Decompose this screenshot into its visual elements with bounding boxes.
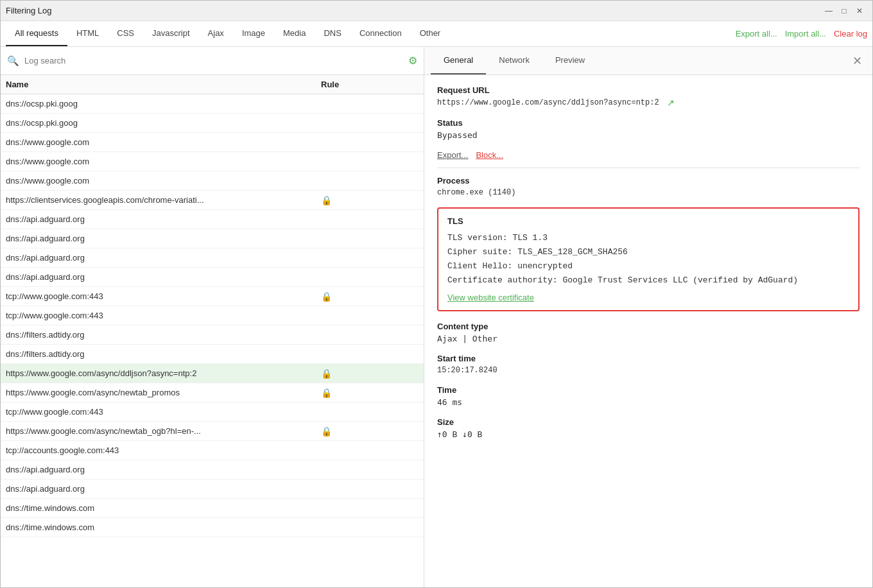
- main-content: 🔍 ⚙ Name Rule dns://ocsp.pki.googdns://o…: [1, 47, 872, 587]
- tls-cert-authority: Certificate authority: Google Trust Serv…: [447, 273, 849, 288]
- main-window: Filtering Log — □ ✕ All requests HTML CS…: [0, 0, 873, 588]
- start-time-value: 15:20:17.8240: [437, 366, 860, 375]
- list-item[interactable]: dns://ocsp.pki.goog: [1, 94, 424, 114]
- row-name: dns://time.windows.com: [6, 523, 316, 532]
- tab-ajax[interactable]: Ajax: [199, 21, 233, 46]
- import-all-button[interactable]: Import all...: [785, 29, 826, 39]
- start-time-label: Start time: [437, 354, 860, 363]
- list-item[interactable]: dns://www.google.com: [1, 152, 424, 171]
- table-header: Name Rule: [1, 75, 424, 94]
- list-item[interactable]: tcp://accounts.google.com:443: [1, 441, 424, 460]
- content-type-section: Content type Ajax | Other: [437, 322, 860, 343]
- row-name: tcp://www.google.com:443: [6, 407, 316, 417]
- tab-dns[interactable]: DNS: [315, 21, 350, 46]
- export-all-button[interactable]: Export all...: [736, 29, 777, 39]
- list-item[interactable]: dns://api.adguard.org: [1, 229, 424, 248]
- list-item[interactable]: dns://ocsp.pki.goog: [1, 114, 424, 133]
- block-button[interactable]: Block...: [476, 150, 503, 160]
- tls-title: TLS: [447, 216, 849, 226]
- search-input[interactable]: [24, 56, 403, 65]
- size-section: Size ↑0 B ↓0 B: [437, 417, 860, 439]
- detail-tab-network[interactable]: Network: [486, 47, 542, 74]
- time-value: 46 ms: [437, 397, 860, 407]
- row-name: dns://api.adguard.org: [6, 465, 316, 474]
- col-name-header: Name: [6, 80, 316, 89]
- divider-1: [437, 168, 860, 168]
- export-button[interactable]: Export...: [437, 150, 468, 160]
- list-item[interactable]: tcp://www.google.com:443🔒: [1, 287, 424, 306]
- list-item[interactable]: dns://api.adguard.org: [1, 210, 424, 229]
- row-name: dns://api.adguard.org: [6, 234, 316, 243]
- row-name: dns://ocsp.pki.goog: [6, 118, 316, 128]
- size-value: ↑0 B ↓0 B: [437, 429, 860, 439]
- search-bar: 🔍 ⚙: [1, 47, 424, 75]
- status-label: Status: [437, 118, 860, 128]
- content-type-value: Ajax | Other: [437, 334, 860, 343]
- clear-log-button[interactable]: Clear log: [834, 29, 867, 39]
- row-name: tcp://www.google.com:443: [6, 311, 316, 320]
- left-panel: 🔍 ⚙ Name Rule dns://ocsp.pki.googdns://o…: [1, 47, 424, 587]
- list-item[interactable]: dns://api.adguard.org: [1, 460, 424, 480]
- tab-other[interactable]: Other: [411, 21, 450, 46]
- list-item[interactable]: dns://time.windows.com: [1, 518, 424, 537]
- lock-icon: 🔒: [321, 195, 332, 205]
- detail-close-button[interactable]: ✕: [848, 47, 866, 74]
- row-rule: 🔒: [316, 291, 419, 302]
- list-item[interactable]: dns://filters.adtidy.org: [1, 325, 424, 345]
- search-icon: 🔍: [7, 55, 19, 67]
- lock-icon: 🔒: [321, 426, 332, 437]
- tab-all-requests[interactable]: All requests: [6, 21, 67, 46]
- list-item[interactable]: dns://api.adguard.org: [1, 248, 424, 268]
- row-rule: 🔒: [316, 388, 419, 398]
- tabbar-actions: Export all... Import all... Clear log: [736, 21, 867, 46]
- tab-html[interactable]: HTML: [67, 21, 108, 46]
- process-value: chrome.exe (1140): [437, 188, 860, 197]
- list-item[interactable]: dns://www.google.com: [1, 133, 424, 152]
- titlebar: Filtering Log — □ ✕: [1, 1, 872, 21]
- tab-connection[interactable]: Connection: [350, 21, 411, 46]
- list-item[interactable]: https://www.google.com/async/newtab_prom…: [1, 383, 424, 402]
- minimize-button[interactable]: —: [821, 3, 836, 19]
- filter-icon[interactable]: ⚙: [408, 55, 417, 67]
- request-url-value: https://www.google.com/async/ddljson?asy…: [437, 98, 659, 107]
- time-label: Time: [437, 385, 860, 395]
- list-item[interactable]: dns://www.google.com: [1, 171, 424, 191]
- list-item[interactable]: https://www.google.com/async/ddljson?asy…: [1, 364, 424, 383]
- row-name: dns://www.google.com: [6, 137, 316, 147]
- maximize-button[interactable]: □: [836, 3, 852, 19]
- tab-image[interactable]: Image: [233, 21, 274, 46]
- row-name: dns://www.google.com: [6, 176, 316, 186]
- tab-javascript[interactable]: Javascript: [143, 21, 199, 46]
- status-section: Status Bypassed: [437, 118, 860, 140]
- row-name: dns://ocsp.pki.goog: [6, 99, 316, 108]
- list-item[interactable]: dns://filters.adtidy.org: [1, 345, 424, 364]
- list-item[interactable]: https://www.google.com/async/newtab_ogb?…: [1, 422, 424, 441]
- row-name: dns://api.adguard.org: [6, 214, 316, 224]
- row-name: dns://api.adguard.org: [6, 272, 316, 282]
- row-name: https://clientservices.googleapis.com/ch…: [6, 195, 316, 205]
- detail-tab-general[interactable]: General: [431, 47, 486, 74]
- list-item[interactable]: tcp://www.google.com:443: [1, 402, 424, 422]
- external-link-icon[interactable]: ↗: [667, 98, 675, 108]
- time-section: Time 46 ms: [437, 385, 860, 407]
- row-name: https://www.google.com/async/newtab_ogb?…: [6, 426, 316, 436]
- list-body: dns://ocsp.pki.googdns://ocsp.pki.googdn…: [1, 94, 424, 587]
- view-cert-link[interactable]: View website certificate: [447, 293, 534, 302]
- detail-tabbar: General Network Preview ✕: [424, 47, 872, 75]
- list-item[interactable]: dns://api.adguard.org: [1, 268, 424, 287]
- detail-actions: Export... Block...: [437, 150, 860, 160]
- list-item[interactable]: dns://time.windows.com: [1, 499, 424, 518]
- list-item[interactable]: https://clientservices.googleapis.com/ch…: [1, 191, 424, 210]
- row-name: tcp://accounts.google.com:443: [6, 445, 316, 455]
- detail-tab-preview[interactable]: Preview: [542, 47, 598, 74]
- start-time-section: Start time 15:20:17.8240: [437, 354, 860, 375]
- row-name: dns://filters.adtidy.org: [6, 330, 316, 340]
- col-rule-header: Rule: [316, 80, 419, 89]
- tab-media[interactable]: Media: [274, 21, 315, 46]
- row-name: https://www.google.com/async/newtab_prom…: [6, 388, 316, 397]
- tab-css[interactable]: CSS: [108, 21, 143, 46]
- close-button[interactable]: ✕: [852, 3, 867, 19]
- list-item[interactable]: tcp://www.google.com:443: [1, 306, 424, 325]
- row-name: tcp://www.google.com:443: [6, 291, 316, 301]
- list-item[interactable]: dns://api.adguard.org: [1, 480, 424, 499]
